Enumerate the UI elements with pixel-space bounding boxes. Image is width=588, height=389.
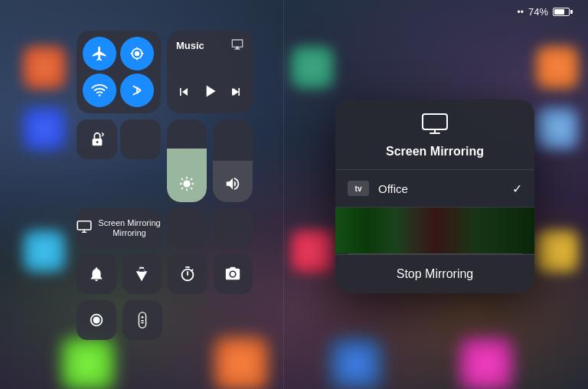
svg-line-11 [191,188,192,189]
bg-app-icon [214,337,268,389]
wifi-button[interactable] [83,74,116,107]
svg-line-12 [181,188,183,189]
svg-point-16 [93,316,100,323]
cc-filler-2 [213,208,253,248]
screen-mirroring-button[interactable]: Screen Mirroring Mirroring [77,208,161,248]
svg-rect-19 [141,320,144,321]
bg-app-icon [536,46,579,89]
cc-top-row: Music [77,31,253,113]
music-controls [176,81,243,106]
smp-device-row[interactable]: tv Office ✓ [335,170,534,208]
bg-app-icon [23,230,66,273]
svg-rect-14 [78,221,92,230]
screen-mirroring-panel: Screen Mirroring tv Office ✓ Stop Mirror… [335,100,534,293]
cc-filler-1 [167,208,207,248]
rotation-lock-button[interactable] [77,119,117,159]
cc-last-row [77,300,253,340]
svg-point-18 [142,316,144,319]
brightness-slider[interactable] [167,119,207,202]
volume-icon [224,175,241,196]
control-center-panel: Music [77,31,253,340]
do-not-disturb-button[interactable] [120,119,161,159]
cc-small-buttons-grid [77,119,161,202]
brightness-icon [178,175,195,196]
bg-app-icon [23,107,66,150]
panel-divider [283,0,284,389]
prev-track-button[interactable] [176,84,191,103]
screen-mirroring-icon [77,221,92,236]
stop-mirroring-button[interactable]: Stop Mirroring [335,254,534,293]
stop-mirroring-label: Stop Mirroring [397,267,473,280]
bg-app-icon [291,46,334,89]
svg-point-4 [96,141,98,143]
svg-line-13 [191,178,192,180]
cc-4btn-row [77,254,253,294]
svg-rect-21 [423,114,447,129]
smp-gradient-bar [335,208,534,253]
camera-button[interactable] [214,254,253,294]
bg-app-icon [291,230,334,273]
cellular-button[interactable] [120,37,154,70]
timer-button[interactable] [168,254,207,294]
wifi-icon: •• [518,7,524,18]
apple-tv-remote-button[interactable] [122,300,162,340]
smp-title: Screen Mirroring [386,145,484,159]
smp-appletv-icon: tv [348,181,369,196]
svg-line-10 [181,178,183,180]
music-airplay-icon[interactable] [231,38,243,53]
bluetooth-button[interactable] [120,74,154,107]
bg-app-icon [23,46,66,89]
music-title-row: Music [176,38,243,53]
airplane-mode-button[interactable] [83,37,116,70]
svg-point-2 [99,94,101,96]
bell-button[interactable] [77,254,116,294]
cc-sliders [167,119,253,202]
bg-app-icon [329,337,383,389]
smp-header: Screen Mirroring [335,100,534,170]
battery-percent: 74% [528,6,548,18]
cc-connectivity-grid [77,31,161,113]
screen-record-button[interactable] [77,300,116,340]
next-track-button[interactable] [228,84,243,103]
cc-mid-row [77,119,253,202]
smp-checkmark-icon: ✓ [512,181,522,196]
status-bar: •• 74% [518,6,573,18]
cc-screen-row: Screen Mirroring Mirroring [77,208,253,248]
screen-mirroring-label: Screen Mirroring Mirroring [98,218,160,238]
bg-app-icon [61,337,115,389]
play-pause-button[interactable] [200,81,220,106]
bg-app-icon [459,337,513,389]
smp-device-name: Office [378,182,512,195]
svg-point-5 [183,180,190,187]
smp-screen-icon [422,113,448,140]
music-widget: Music [167,31,253,113]
svg-point-1 [135,51,139,56]
battery-icon [553,8,573,16]
svg-rect-20 [141,322,144,323]
bg-app-icon [536,107,579,150]
bg-app-icon [536,230,579,273]
music-title: Music [176,40,204,51]
volume-slider[interactable] [213,119,253,202]
flashlight-button[interactable] [122,254,162,294]
